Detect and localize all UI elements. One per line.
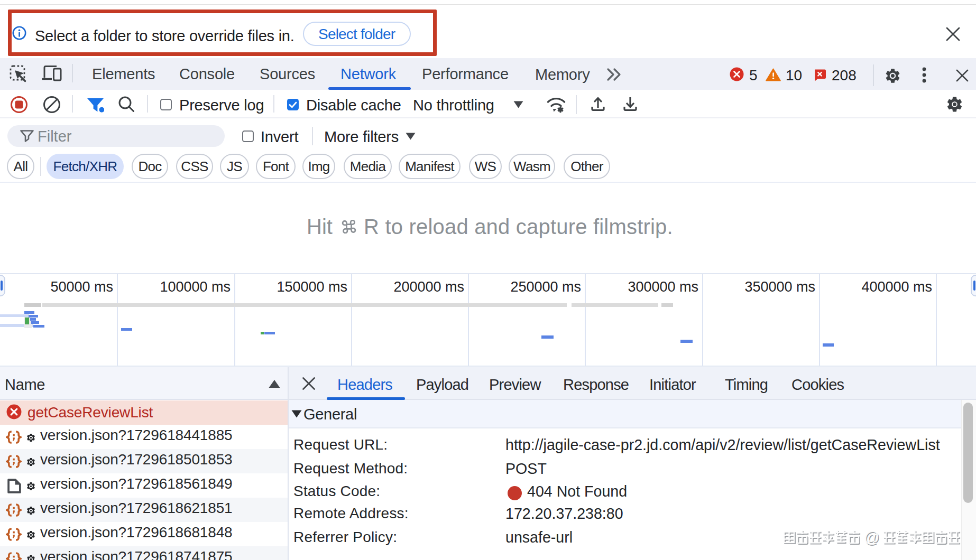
svg-text:@: @ [864,529,879,546]
